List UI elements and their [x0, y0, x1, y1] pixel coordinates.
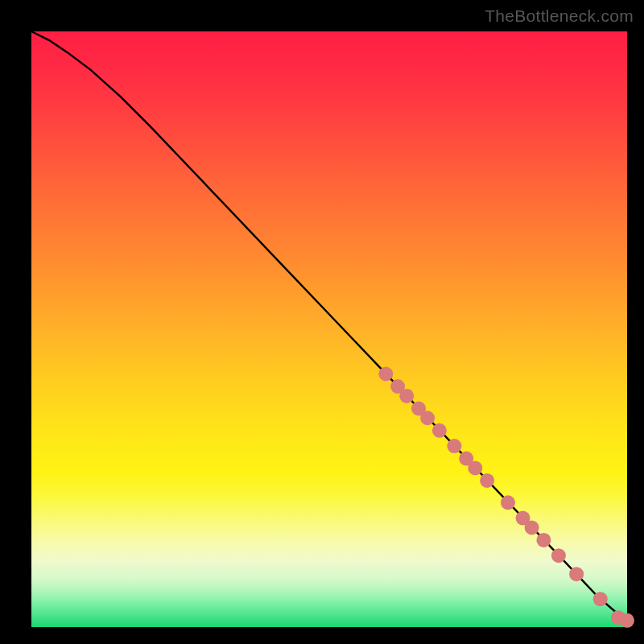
data-marker [525, 520, 539, 535]
data-marker [551, 548, 566, 563]
data-marker [620, 613, 634, 628]
data-marker [593, 592, 608, 606]
marker-group [378, 367, 634, 628]
data-marker [501, 495, 515, 510]
data-marker [569, 567, 584, 581]
attribution-label: TheBottleneck.com [485, 6, 634, 26]
data-marker [399, 389, 414, 403]
chart-frame: TheBottleneck.com [7, 7, 637, 637]
plot-area [31, 31, 627, 627]
data-marker [536, 533, 551, 547]
data-marker [432, 423, 447, 438]
data-marker [420, 411, 435, 425]
data-marker [468, 460, 482, 475]
data-marker [480, 473, 494, 488]
chart-svg [31, 31, 627, 627]
data-marker [378, 367, 393, 382]
data-marker [447, 439, 461, 453]
